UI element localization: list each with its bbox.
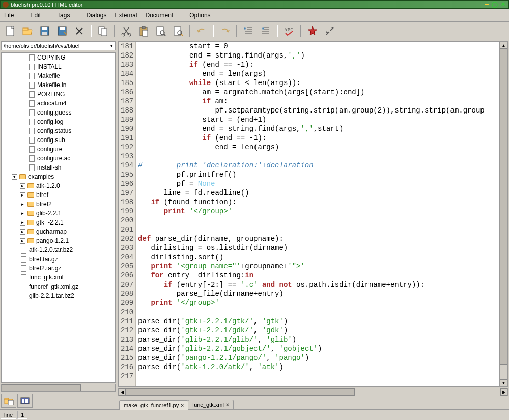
open-button[interactable]: [20, 24, 35, 38]
close-tab-icon[interactable]: ×: [181, 403, 184, 408]
tree-file[interactable]: configure.ac: [2, 154, 115, 163]
unindent-button[interactable]: [241, 24, 256, 38]
scroll-right-icon[interactable]: ▶: [500, 388, 507, 396]
tab-label: make_gtk_funcref1.py: [124, 402, 179, 408]
cut-button[interactable]: [119, 24, 133, 38]
code-content[interactable]: start = 0 end = string.find(args,',') if…: [136, 42, 507, 386]
menu-tags[interactable]: Tags: [57, 12, 78, 19]
menu-file[interactable]: File: [4, 12, 22, 19]
tree-folder[interactable]: ▸gucharmap: [2, 227, 115, 236]
statusbar: line 1: [0, 409, 509, 419]
separator: [236, 25, 237, 37]
titlebar[interactable]: bluefish pre0.10 HTML editor ━ ◯ ✕: [0, 0, 509, 9]
tree-folder[interactable]: ▸bfref: [2, 190, 115, 200]
editor-pane: 1811821831841851861871881891901911921931…: [117, 40, 509, 409]
save-button[interactable]: [38, 24, 52, 38]
folder-icon: [27, 182, 34, 189]
svg-rect-23: [25, 399, 28, 403]
tree-file[interactable]: bfref2.tar.gz: [2, 264, 115, 273]
expander-icon[interactable]: ▸: [20, 183, 25, 189]
tree-folder[interactable]: ▾examples: [2, 172, 115, 181]
chevron-down-icon[interactable]: ▾: [110, 43, 113, 48]
tree-file[interactable]: config.guess: [2, 108, 115, 117]
close-icon[interactable]: ✕: [499, 1, 506, 8]
tree-file[interactable]: install-sh: [2, 163, 115, 172]
redo-button[interactable]: [218, 24, 232, 38]
document-tab[interactable]: make_gtk_funcref1.py×: [119, 400, 188, 410]
tree-file[interactable]: func_gtk.xml: [2, 273, 115, 282]
h-scrollbar[interactable]: [1, 384, 116, 392]
tree-file[interactable]: bfref.tar.gz: [2, 255, 115, 264]
v-scrollbar[interactable]: ▲ ▼: [499, 42, 507, 386]
expander-icon[interactable]: ▸: [20, 211, 25, 216]
code-editor[interactable]: 1811821831841851861871881891901911921931…: [118, 41, 508, 387]
tree-file[interactable]: Makefile.in: [2, 80, 115, 90]
tab-files-icon[interactable]: [1, 394, 16, 408]
expander-icon[interactable]: ▸: [20, 192, 25, 198]
file-icon: [28, 54, 35, 61]
scroll-down-icon[interactable]: ▼: [500, 379, 507, 386]
svg-rect-16: [174, 27, 181, 35]
tree-folder[interactable]: ▸bfref2: [2, 200, 115, 209]
tree-file[interactable]: Makefile: [2, 71, 115, 80]
path-input[interactable]: /home/olivier/bluefish/cvs/bluef▾: [1, 41, 116, 50]
tree-folder[interactable]: ▸glib-2.2.1: [2, 209, 115, 218]
expander-icon[interactable]: ▾: [12, 174, 17, 180]
menu-edit[interactable]: Edit: [30, 12, 49, 19]
tree-item-label: install-sh: [37, 164, 61, 171]
tree-file[interactable]: config.sub: [2, 135, 115, 145]
expander-icon[interactable]: ▸: [20, 220, 25, 226]
window-title: bluefish pre0.10 HTML editor: [11, 2, 482, 8]
tree-item-label: glib-2.2.1.tar.bz2: [29, 292, 74, 299]
star-icon[interactable]: [305, 24, 320, 38]
menu-dialogs[interactable]: Dialogs: [86, 12, 106, 19]
tree-folder[interactable]: ▸gtk+-2.2.1: [2, 218, 115, 227]
file-icon: [28, 164, 35, 171]
tree-item-label: atk-1.2.0.tar.bz2: [29, 246, 73, 254]
maximize-icon[interactable]: ◯: [491, 1, 498, 8]
tree-file[interactable]: INSTALL: [2, 62, 115, 71]
tree-file[interactable]: COPYING: [2, 53, 115, 62]
indent-button[interactable]: [259, 24, 273, 38]
menu-external[interactable]: External: [115, 12, 137, 19]
expander-icon[interactable]: ▸: [20, 238, 25, 244]
tree-item-label: atk-1.2.0: [36, 182, 60, 189]
tree-folder[interactable]: ▸atk-1.2.0: [2, 181, 115, 190]
spellcheck-button[interactable]: ABC: [282, 24, 296, 38]
file-tree[interactable]: COPYINGINSTALLMakefileMakefile.inPORTING…: [1, 52, 116, 383]
expander-icon[interactable]: ▸: [20, 202, 25, 207]
tree-file[interactable]: configure: [2, 145, 115, 154]
new-button[interactable]: [3, 24, 17, 38]
save-as-button[interactable]: [55, 24, 69, 38]
tab-reference-icon[interactable]: [17, 394, 33, 408]
paste-button[interactable]: [136, 24, 151, 38]
preferences-button[interactable]: [323, 24, 337, 38]
menu-document[interactable]: Document: [146, 12, 182, 19]
find-button[interactable]: [154, 24, 168, 38]
tree-item-label: configure: [37, 146, 62, 153]
minimize-icon[interactable]: ━: [483, 1, 490, 8]
document-tab[interactable]: func_gtk.xml×: [188, 400, 234, 409]
tree-file[interactable]: atk-1.2.0.tar.bz2: [2, 245, 115, 255]
tab-label: func_gtk.xml: [192, 402, 224, 408]
scroll-left-icon[interactable]: ◀: [119, 388, 126, 396]
tree-file[interactable]: config.log: [2, 117, 115, 126]
h-scrollbar[interactable]: ◀ ▶: [118, 388, 508, 396]
svg-rect-20: [8, 400, 13, 405]
undo-button[interactable]: [194, 24, 209, 38]
tree-item-label: pango-1.2.1: [36, 237, 69, 244]
copy-button[interactable]: [96, 24, 110, 38]
tree-file[interactable]: config.status: [2, 126, 115, 135]
tree-file[interactable]: glib-2.2.1.tar.bz2: [2, 291, 115, 300]
expander-icon[interactable]: ▸: [20, 229, 25, 235]
menu-options[interactable]: Options: [189, 12, 218, 19]
tree-file[interactable]: PORTING: [2, 90, 115, 99]
tree-folder[interactable]: ▸pango-1.2.1: [2, 236, 115, 245]
close-tab-icon[interactable]: ×: [226, 402, 229, 408]
replace-button[interactable]: [171, 24, 185, 38]
svg-rect-14: [157, 27, 163, 35]
tree-file[interactable]: funcref_gtk.xml.gz: [2, 282, 115, 291]
close-button[interactable]: [72, 24, 87, 38]
scroll-up-icon[interactable]: ▲: [500, 42, 507, 49]
tree-file[interactable]: aclocal.m4: [2, 99, 115, 108]
